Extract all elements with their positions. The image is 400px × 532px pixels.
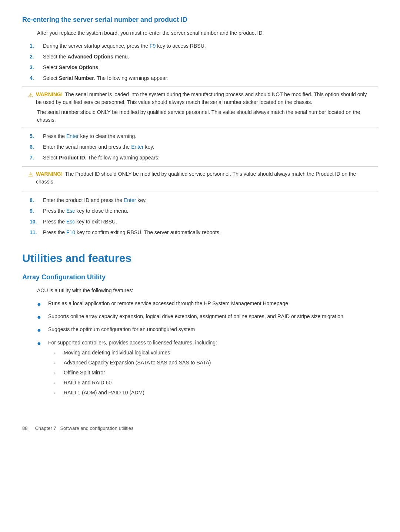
sub-dot-2: ◦ <box>54 361 61 366</box>
term-service-options: Service Options <box>59 64 99 70</box>
bullet-dot-3: ● <box>37 326 44 335</box>
key-esc-2: Esc <box>66 219 75 225</box>
chapter-heading: Utilities and features <box>22 250 378 266</box>
sub-bullet-3: ◦ Offline Split Mirror <box>54 369 217 377</box>
bullet-dot-1: ● <box>37 300 44 309</box>
section-heading-reenter: Re-entering the server serial number and… <box>22 15 378 25</box>
step-4: 4. Select Serial Number. The following w… <box>22 74 378 82</box>
bullet-item-4: ● For supported controllers, provides ac… <box>37 339 378 399</box>
acu-sub-bullet-list: ◦ Moving and deleting individual logical… <box>54 349 217 397</box>
section-heading-acu: Array Configuration Utility <box>22 272 378 282</box>
sub-text-1: Moving and deleting individual logical v… <box>64 349 170 357</box>
steps-list-1: 1. During the server startup sequence, p… <box>22 42 378 82</box>
sub-dot-4: ◦ <box>54 381 61 385</box>
bullet-text-1: Runs as a local application or remote se… <box>48 300 288 307</box>
key-esc-1: Esc <box>66 208 75 214</box>
acu-bullet-list: ● Runs as a local application or remote … <box>37 300 378 399</box>
sub-dot-1: ◦ <box>54 351 61 356</box>
term-serial-number: Serial Number <box>59 75 94 81</box>
sub-text-2: Advanced Capacity Expansion (SATA to SAS… <box>64 359 211 367</box>
warning-box-1: ⚠ WARNING!The serial number is loaded in… <box>22 87 378 128</box>
sub-dot-3: ◦ <box>54 371 61 376</box>
bullet-item-1: ● Runs as a local application or remote … <box>37 300 378 309</box>
sub-text-4: RAID 6 and RAID 60 <box>64 379 111 387</box>
section-intro: After you replace the system board, you … <box>37 29 378 37</box>
term-product-id: Product ID <box>59 155 85 161</box>
warning-body-1: The serial number should ONLY be modifie… <box>37 108 372 124</box>
sub-bullet-1: ◦ Moving and deleting individual logical… <box>54 349 217 357</box>
warning-icon-2: ⚠ <box>28 171 33 179</box>
step-6: 6. Enter the serial number and press the… <box>22 143 378 151</box>
warning-line-1: ⚠ WARNING!The serial number is loaded in… <box>28 91 372 106</box>
step-5: 5. Press the Enter key to clear the warn… <box>22 132 378 140</box>
bullet-text-3: Suggests the optimum configuration for a… <box>48 326 195 333</box>
sub-text-5: RAID 1 (ADM) and RAID 10 (ADM) <box>64 389 144 397</box>
section-acu: Array Configuration Utility ACU is a uti… <box>22 272 378 399</box>
bullet-item-2: ● Supports online array capacity expansi… <box>37 313 378 322</box>
sub-bullet-5: ◦ RAID 1 (ADM) and RAID 10 (ADM) <box>54 389 217 397</box>
step-3: 3. Select Service Options. <box>22 64 378 71</box>
step-7: 7. Select Product ID. The following warn… <box>22 154 378 162</box>
key-enter-1: Enter <box>66 133 79 139</box>
acu-intro: ACU is a utility with the following feat… <box>37 287 378 294</box>
key-enter-2: Enter <box>131 144 143 150</box>
steps-list-3: 8. Enter the product ID and press the En… <box>22 196 378 236</box>
warning-line-2: ⚠ WARNING!The Product ID should ONLY be … <box>28 170 372 186</box>
step-9: 9. Press the Esc key to close the menu. <box>22 207 378 215</box>
step-11: 11. Press the F10 key to confirm exiting… <box>22 229 378 236</box>
term-advanced-options: Advanced Options <box>67 54 113 60</box>
warning-text-2: The Product ID should ONLY be modified b… <box>36 171 356 185</box>
warning-label-1: WARNING! <box>36 91 63 97</box>
warning-icon-1: ⚠ <box>28 91 33 100</box>
step-1: 1. During the server startup sequence, p… <box>22 42 378 50</box>
bullet-text-4: For supported controllers, provides acce… <box>48 339 217 399</box>
key-f9: F9 <box>150 43 156 49</box>
step-8: 8. Enter the product ID and press the En… <box>22 196 378 204</box>
bullet-text-2: Supports online array capacity expansion… <box>48 313 343 320</box>
warning-box-2: ⚠ WARNING!The Product ID should ONLY be … <box>22 166 378 192</box>
page-number: 88 <box>22 425 27 432</box>
key-enter-3: Enter <box>124 197 136 203</box>
bullet-dot-4: ● <box>37 339 44 348</box>
step-10: 10. Press the Esc key to exit RBSU. <box>22 218 378 226</box>
page-footer: 88 Chapter 7 Software and configuration … <box>22 421 378 432</box>
step-2: 2. Select the Advanced Options menu. <box>22 53 378 61</box>
warning-label-2: WARNING! <box>36 171 63 177</box>
sub-bullet-4: ◦ RAID 6 and RAID 60 <box>54 379 217 387</box>
sub-text-3: Offline Split Mirror <box>64 369 105 377</box>
warning-text-1: The serial number is loaded into the sys… <box>36 91 367 105</box>
chapter-label: Chapter 7 Software and configuration uti… <box>35 425 133 432</box>
bullet-item-3: ● Suggests the optimum configuration for… <box>37 326 378 335</box>
key-f10: F10 <box>66 229 75 235</box>
sub-dot-5: ◦ <box>54 391 61 395</box>
sub-bullet-2: ◦ Advanced Capacity Expansion (SATA to S… <box>54 359 217 367</box>
steps-list-2: 5. Press the Enter key to clear the warn… <box>22 132 378 162</box>
section-reenter: Re-entering the server serial number and… <box>22 15 378 236</box>
bullet-dot-2: ● <box>37 313 44 322</box>
